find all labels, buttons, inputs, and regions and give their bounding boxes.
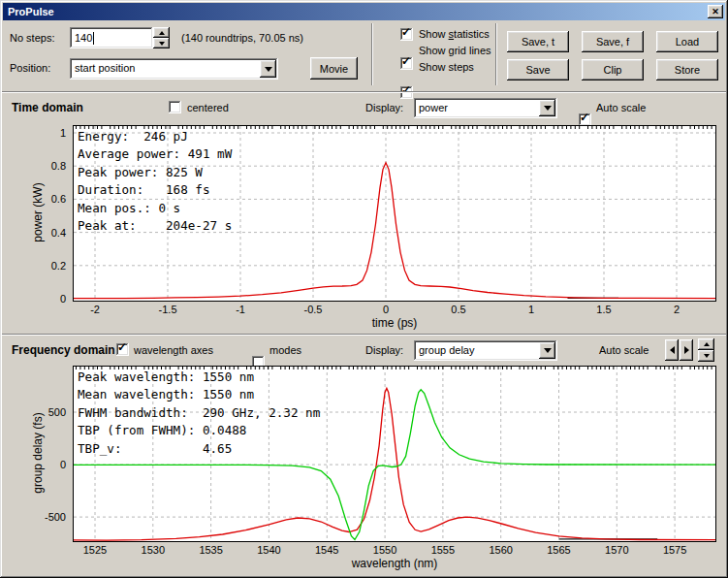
x-tick-label: 1 xyxy=(510,304,553,315)
position-label: Position: xyxy=(10,62,50,74)
window-title: ProPulse xyxy=(8,6,708,17)
y-tick-label: -500 xyxy=(0,511,66,523)
close-button[interactable]: ✕ xyxy=(708,5,723,18)
arrow-left-icon xyxy=(670,346,675,354)
freq-x-axis-label: wavelength (nm) xyxy=(73,557,716,570)
time-domain-header: Time domain ✓ centered Display: power ✓ … xyxy=(2,93,726,125)
x-tick-label: 1570 xyxy=(595,544,638,556)
propulse-window: ProPulse ✕ No steps: 140 (140 roundtrips… xyxy=(0,0,728,578)
centered-checkbox[interactable]: ✓ xyxy=(169,101,181,113)
x-tick-label: -1 xyxy=(219,304,262,315)
x-tick-label: -2 xyxy=(74,304,116,315)
store-button[interactable]: Store xyxy=(656,59,718,80)
y-tick-label: 0 xyxy=(0,459,66,470)
wavelength-axes-label: wavelength axes xyxy=(134,344,213,356)
freq-statistics-overlay: Peak wavelength: 1550 nm Mean wavelength… xyxy=(78,369,320,458)
no-steps-label: No steps: xyxy=(10,32,54,44)
x-tick-label: -1.5 xyxy=(146,304,189,315)
frequency-domain-header: Frequency domain ✓ wavelength axes ✓ mod… xyxy=(2,336,726,366)
dropdown-button[interactable] xyxy=(260,60,276,78)
y-tick-label: 1 xyxy=(0,127,66,139)
time-autoscale-label: Auto scale xyxy=(596,102,646,113)
y-tick-label: 500 xyxy=(0,406,66,418)
no-steps-stepper[interactable] xyxy=(153,27,170,48)
x-tick-label: 0 xyxy=(364,304,407,315)
divider xyxy=(495,23,497,85)
spin-up-button[interactable] xyxy=(698,338,714,350)
y-tick-label: 0.8 xyxy=(0,160,66,172)
show-statistics-label: Show statistics xyxy=(419,28,490,40)
save-f-button[interactable]: Save, f xyxy=(582,31,644,52)
text-caret xyxy=(93,32,94,45)
y-tick-label: 0.2 xyxy=(0,260,66,272)
time-x-axis-label: time (ps) xyxy=(73,316,716,330)
freq-display-select[interactable]: group delay xyxy=(414,340,557,361)
arrow-right-icon xyxy=(684,346,689,354)
y-tick-label: 0.4 xyxy=(0,227,66,239)
x-tick-label: 1575 xyxy=(653,544,696,556)
show-grid-lines-checkbox[interactable]: ✓ xyxy=(400,57,413,70)
display-label: Display: xyxy=(365,102,403,113)
dropdown-button[interactable] xyxy=(539,342,555,359)
time-display-value: power xyxy=(414,98,537,118)
x-tick-label: 1545 xyxy=(305,544,348,556)
x-tick-label: 1535 xyxy=(190,544,233,556)
frequency-domain-plot: group delay (fs) Peak wavelength: 1550 n… xyxy=(0,366,728,575)
save-button[interactable]: Save xyxy=(507,59,569,80)
x-tick-label: 1540 xyxy=(247,544,290,556)
position-select[interactable]: start position xyxy=(70,58,278,80)
spin-up-button[interactable] xyxy=(153,27,170,38)
spin-down-button[interactable] xyxy=(698,350,714,362)
no-steps-input[interactable]: 140 xyxy=(70,27,153,48)
arrow-up-icon xyxy=(704,342,710,346)
title-bar[interactable]: ProPulse ✕ xyxy=(3,3,725,20)
spin-down-button[interactable] xyxy=(153,38,170,48)
scroll-right-button[interactable] xyxy=(680,339,693,361)
x-tick-label: 1555 xyxy=(422,544,464,556)
top-toolbar: No steps: 140 (140 roundtrips, 70.05 ns)… xyxy=(2,21,726,91)
dropdown-button[interactable] xyxy=(539,100,555,116)
time-display-select[interactable]: power xyxy=(414,98,557,118)
time-plot-area: Energy: 246 pJ Average power: 491 mW Pea… xyxy=(73,125,716,302)
arrow-down-icon xyxy=(159,42,165,46)
check-icon: ✓ xyxy=(580,111,589,124)
chevron-down-icon xyxy=(544,106,552,111)
chevron-down-icon xyxy=(265,67,272,72)
freq-scale-stepper[interactable] xyxy=(698,338,714,362)
y-tick-label: 0.6 xyxy=(0,193,66,205)
x-tick-label: 1550 xyxy=(364,544,406,556)
time-domain-plot: power (kW) Energy: 246 pJ Average power:… xyxy=(0,125,728,335)
x-tick-label: 1560 xyxy=(480,544,522,556)
save-t-button[interactable]: Save, t xyxy=(507,31,569,52)
wavelength-axes-checkbox[interactable]: ✓ xyxy=(116,343,129,356)
arrow-up-icon xyxy=(159,31,165,35)
check-icon: ✓ xyxy=(117,340,127,354)
x-tick-label: 1565 xyxy=(538,544,581,556)
x-tick-label: 1.5 xyxy=(583,304,625,315)
display-label: Display: xyxy=(365,344,403,356)
roundtrips-text: (140 roundtrips, 70.05 ns) xyxy=(181,32,303,44)
arrow-down-icon xyxy=(704,354,710,358)
clip-button[interactable]: Clip xyxy=(582,59,644,80)
time-statistics-overlay: Energy: 246 pJ Average power: 491 mW Pea… xyxy=(78,128,232,235)
x-tick-label: 2 xyxy=(655,304,698,315)
freq-display-value: group delay xyxy=(414,340,537,361)
position-value: start position xyxy=(70,58,258,80)
show-statistics-checkbox[interactable]: ✓ xyxy=(400,28,413,41)
check-icon: ✓ xyxy=(401,54,411,68)
no-steps-value: 140 xyxy=(75,32,92,44)
movie-button[interactable]: Movie xyxy=(310,57,358,80)
x-tick-label: 1525 xyxy=(74,544,116,556)
check-icon: ✓ xyxy=(401,25,411,39)
scroll-left-button[interactable] xyxy=(665,339,679,361)
x-tick-label: 0.5 xyxy=(437,304,480,315)
y-tick-label: 0 xyxy=(0,293,66,305)
frequency-domain-title: Frequency domain xyxy=(12,343,115,357)
show-grid-lines-label: Show grid lines xyxy=(419,45,491,56)
divider xyxy=(371,23,373,85)
modes-label: modes xyxy=(269,344,301,356)
load-button[interactable]: Load xyxy=(656,31,718,52)
chevron-down-icon xyxy=(544,348,552,353)
time-domain-title: Time domain xyxy=(12,101,83,114)
freq-plot-area: Peak wavelength: 1550 nm Mean wavelength… xyxy=(73,366,716,542)
